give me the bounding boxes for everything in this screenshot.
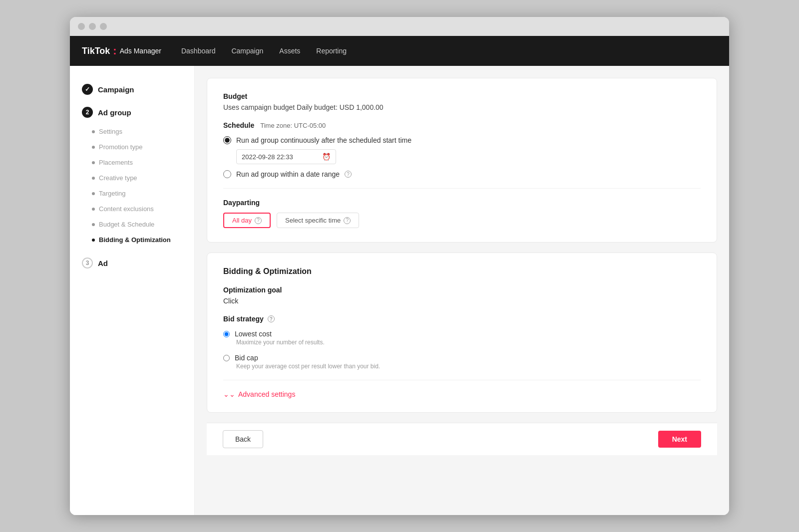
daypart-specific-button[interactable]: Select specific time ? <box>277 213 359 228</box>
daypart-specific-info-icon: ? <box>344 217 351 224</box>
browser-titlebar <box>70 17 729 36</box>
daypart-specific-label: Select specific time <box>285 217 341 224</box>
daypart-allday-info-icon: ? <box>255 217 262 224</box>
bid-strategy-label: Bid strategy <box>223 315 264 323</box>
schedule-range-info-icon: ? <box>345 171 352 178</box>
footer-bar: Back Next <box>207 423 717 455</box>
bid-strategy-header: Bid strategy ? <box>223 315 701 323</box>
back-button[interactable]: Back <box>223 430 263 448</box>
app-body: ✓ Campaign 2 Ad group Settings Promotion… <box>70 66 729 515</box>
brand-dot: : <box>113 45 116 56</box>
navbar: TikTok : Ads Manager Dashboard Campaign … <box>70 36 729 66</box>
sidebar-step-ad[interactable]: 3 Ad <box>70 252 194 274</box>
budget-label: Budget <box>223 92 701 100</box>
browser-dot-2 <box>89 23 96 30</box>
bidding-card: Bidding & Optimization Optimization goal… <box>207 253 717 413</box>
browser-dot-1 <box>78 23 85 30</box>
label-creative: Creative type <box>99 174 137 182</box>
nav-assets[interactable]: Assets <box>279 47 300 55</box>
bid-cap-sub: Keep your average cost per result lower … <box>236 363 701 370</box>
nav-dashboard[interactable]: Dashboard <box>181 47 216 55</box>
brand-ads-manager: Ads Manager <box>120 47 161 55</box>
main-content: Budget Uses campaign budget Daily budget… <box>195 66 729 515</box>
sidebar-sub-promotion[interactable]: Promotion type <box>70 139 194 155</box>
sidebar-step-campaign[interactable]: ✓ Campaign <box>70 78 194 101</box>
bid-radio-bid-cap[interactable] <box>223 355 230 361</box>
advanced-settings-chevron-icon: ⌄⌄ <box>223 390 235 398</box>
adgroup-badge: 2 <box>82 107 93 118</box>
bid-lowest-cost-sub: Maximize your number of results. <box>236 339 701 346</box>
label-placements: Placements <box>99 159 133 166</box>
label-bidding: Bidding & Optimization <box>99 236 171 244</box>
bid-radio-lowest-cost[interactable] <box>223 331 230 337</box>
clock-icon: ⏰ <box>322 153 331 161</box>
bullet-bidding <box>92 239 95 242</box>
browser-dot-3 <box>100 23 107 30</box>
sidebar-step-adgroup[interactable]: 2 Ad group <box>70 101 194 124</box>
divider-2 <box>223 380 701 380</box>
bid-lowest-cost-text: Lowest cost <box>235 330 272 338</box>
browser-window: TikTok : Ads Manager Dashboard Campaign … <box>70 17 729 515</box>
bullet-placements <box>92 161 95 164</box>
bid-lowest-cost-label[interactable]: Lowest cost <box>223 330 701 338</box>
schedule-header: Schedule Time zone: UTC-05:00 <box>223 121 701 129</box>
schedule-option-range[interactable]: Run ad group within a date range ? <box>223 170 701 178</box>
bid-cap-text: Bid cap <box>235 354 258 362</box>
schedule-radio-continuous[interactable] <box>223 136 231 144</box>
bid-cap-label[interactable]: Bid cap <box>223 354 701 362</box>
sidebar-sub-targeting[interactable]: Targeting <box>70 186 194 201</box>
dayparting-label: Dayparting <box>223 199 701 207</box>
budget-value: Uses campaign budget Daily budget: USD 1… <box>223 103 701 111</box>
label-content: Content exclusions <box>99 205 154 213</box>
bullet-settings <box>92 130 95 133</box>
date-value: 2022-09-28 22:33 <box>242 153 293 161</box>
bidding-section-title: Bidding & Optimization <box>223 267 701 276</box>
date-input-wrapper[interactable]: 2022-09-28 22:33 ⏰ <box>236 149 336 164</box>
advanced-settings-link[interactable]: ⌄⌄ Advanced settings <box>223 390 701 398</box>
next-button[interactable]: Next <box>658 431 701 448</box>
sidebar: ✓ Campaign 2 Ad group Settings Promotion… <box>70 66 195 515</box>
schedule-option-continuous[interactable]: Run ad group continuously after the sche… <box>223 136 701 144</box>
ad-badge: 3 <box>82 258 93 268</box>
bullet-budget <box>92 223 95 226</box>
sidebar-sub-bidding[interactable]: Bidding & Optimization <box>70 232 194 248</box>
sidebar-adgroup-label: Ad group <box>98 108 131 117</box>
dayparting-buttons: All day ? Select specific time ? <box>223 213 701 228</box>
schedule-radio-range[interactable] <box>223 170 231 178</box>
sidebar-sub-settings[interactable]: Settings <box>70 124 194 139</box>
brand-tiktok: TikTok <box>82 46 110 56</box>
bid-option-bid-cap[interactable]: Bid cap Keep your average cost per resul… <box>223 354 701 370</box>
bullet-targeting <box>92 192 95 195</box>
sidebar-sub-creative[interactable]: Creative type <box>70 170 194 186</box>
opt-goal-label: Optimization goal <box>223 286 701 294</box>
nav-reporting[interactable]: Reporting <box>316 47 347 55</box>
sidebar-sub-content-exclusions[interactable]: Content exclusions <box>70 201 194 217</box>
schedule-continuous-label: Run ad group continuously after the sche… <box>236 136 411 144</box>
nav-campaign[interactable]: Campaign <box>231 47 263 55</box>
schedule-range-label: Run ad group within a date range <box>236 170 340 178</box>
daypart-allday-button[interactable]: All day ? <box>223 213 271 228</box>
label-settings: Settings <box>99 128 122 135</box>
bullet-content <box>92 208 95 211</box>
sidebar-sub-placements[interactable]: Placements <box>70 155 194 170</box>
opt-goal-value: Click <box>223 297 701 305</box>
bid-option-lowest-cost[interactable]: Lowest cost Maximize your number of resu… <box>223 330 701 346</box>
sidebar-campaign-label: Campaign <box>98 85 134 94</box>
label-budget: Budget & Schedule <box>99 221 154 228</box>
bullet-creative <box>92 177 95 180</box>
navbar-links: Dashboard Campaign Assets Reporting <box>181 47 717 55</box>
label-targeting: Targeting <box>99 190 125 197</box>
label-promotion: Promotion type <box>99 143 142 151</box>
bullet-promotion <box>92 146 95 149</box>
sidebar-ad-label: Ad <box>98 259 108 267</box>
schedule-label: Schedule <box>223 121 254 129</box>
navbar-brand: TikTok : Ads Manager <box>82 45 161 56</box>
divider-1 <box>223 188 701 189</box>
bid-strategy-info-icon: ? <box>268 315 275 322</box>
timezone-label: Time zone: UTC-05:00 <box>260 122 326 129</box>
budget-schedule-card: Budget Uses campaign budget Daily budget… <box>207 78 717 243</box>
sidebar-sub-budget-schedule[interactable]: Budget & Schedule <box>70 217 194 232</box>
campaign-check-icon: ✓ <box>82 84 93 95</box>
advanced-settings-label: Advanced settings <box>238 390 295 398</box>
daypart-allday-label: All day <box>232 217 252 224</box>
